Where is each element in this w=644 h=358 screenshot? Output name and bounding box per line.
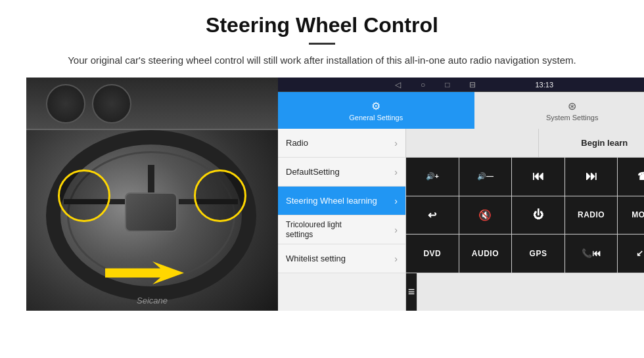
- menu-item-tricoloured-label: Tricoloured light settings: [286, 220, 342, 239]
- general-settings-icon: ⚙: [371, 100, 380, 112]
- mute-icon: 🔇: [478, 209, 492, 221]
- ctrl-dvd[interactable]: DVD: [406, 235, 459, 273]
- ctrl-radio[interactable]: RADIO: [565, 196, 618, 235]
- android-nav-bar: ◁ ○ □ ⊟ 13:13: [278, 78, 644, 92]
- tab-system-settings-label: System Settings: [546, 114, 598, 122]
- menu-list: Radio › DefaultSetting › Steering Wheel …: [278, 129, 406, 311]
- home-icon[interactable]: ○: [421, 80, 425, 89]
- prev-icon: ⏮: [532, 169, 544, 183]
- ctrl-mode[interactable]: MODE: [618, 196, 644, 235]
- button-group-left-circle: [58, 169, 110, 222]
- chevron-icon: ›: [394, 138, 398, 148]
- chevron-icon-2: ›: [394, 167, 398, 177]
- vol-down-icon: 🔊—: [477, 172, 494, 181]
- ctrl-phone-prev[interactable]: 📞⏮: [565, 235, 618, 273]
- tab-system-settings[interactable]: ⊛ System Settings: [474, 92, 645, 129]
- skip-next-icon: ↙⏭: [636, 248, 644, 258]
- back-icon[interactable]: ◁: [395, 80, 401, 89]
- tab-bar: ⚙ General Settings ⊛ System Settings: [278, 92, 644, 129]
- main-content: Radio › DefaultSetting › Steering Wheel …: [278, 129, 644, 311]
- menu-item-tricoloured[interactable]: Tricoloured light settings ›: [278, 215, 405, 244]
- menu-item-whitelist[interactable]: Whitelist setting ›: [278, 244, 405, 273]
- menu-item-steering-wheel[interactable]: Steering Wheel learning ›: [278, 187, 405, 215]
- ctrl-power[interactable]: ⏻: [512, 196, 565, 235]
- right-panel: Begin learn 🔊+ 🔊—: [406, 129, 644, 311]
- ctrl-skip-next[interactable]: ↙⏭: [618, 235, 644, 273]
- chevron-icon-3: ›: [394, 196, 398, 206]
- tab-general-settings[interactable]: ⚙ General Settings: [278, 92, 474, 129]
- radio-label: RADIO: [578, 210, 605, 219]
- chevron-icon-4: ›: [394, 225, 398, 235]
- empty-cell: [406, 129, 539, 157]
- ctrl-prev[interactable]: ⏮: [512, 158, 565, 196]
- phone-prev-icon: 📞⏮: [582, 248, 601, 258]
- menu-item-whitelist-label: Whitelist setting: [286, 254, 346, 263]
- gps-label: GPS: [530, 249, 547, 258]
- spoke-top: [148, 165, 154, 194]
- ctrl-row-3: DVD AUDIO GPS 📞⏮: [406, 235, 644, 273]
- dvd-label: DVD: [423, 249, 441, 258]
- ctrl-menu-list[interactable]: ≡: [406, 273, 417, 311]
- system-settings-icon: ⊛: [568, 100, 576, 112]
- watermark: Seicane: [137, 296, 168, 305]
- ctrl-mute[interactable]: 🔇: [459, 196, 513, 235]
- ctrl-phone[interactable]: ☎: [618, 158, 644, 196]
- vol-up-icon: 🔊+: [426, 172, 439, 181]
- ctrl-audio[interactable]: AUDIO: [459, 235, 513, 273]
- ctrl-next[interactable]: ⏭: [565, 158, 618, 196]
- menu-item-default-setting[interactable]: DefaultSetting ›: [278, 158, 405, 187]
- status-time: 13:13: [535, 81, 553, 89]
- ctrl-back[interactable]: ↩: [406, 196, 459, 235]
- page-container: Steering Wheel Control Your original car…: [0, 0, 644, 317]
- audio-label: AUDIO: [472, 249, 499, 258]
- button-group-right-circle: [194, 169, 246, 222]
- steering-wheel-hub: [125, 192, 177, 232]
- ctrl-vol-up[interactable]: 🔊+: [406, 158, 459, 196]
- square-icon[interactable]: □: [445, 80, 449, 89]
- tricoloured-line1: Tricoloured light: [286, 220, 342, 229]
- phone-icon: ☎: [637, 170, 644, 183]
- ctrl-row-4: ≡: [406, 273, 644, 311]
- menu-item-default-label: DefaultSetting: [286, 167, 340, 177]
- ctrl-row-2: ↩ 🔇 ⏻ RADIO MOD: [406, 196, 644, 235]
- gauge-left: [46, 84, 85, 123]
- content-row: Seicane ◁ ○ □ ⊟ 13:13 ⚙ General Settings…: [26, 78, 618, 311]
- next-icon: ⏭: [586, 169, 597, 183]
- chevron-icon-5: ›: [394, 254, 398, 264]
- steering-wheel-photo: Seicane: [26, 78, 278, 311]
- mode-label: MODE: [632, 210, 644, 219]
- power-icon: ⏻: [533, 209, 543, 221]
- menu-item-steering-label: Steering Wheel learning: [286, 196, 377, 206]
- title-section: Steering Wheel Control Your original car…: [26, 13, 618, 68]
- top-row: Begin learn: [406, 129, 644, 158]
- begin-learn-button[interactable]: Begin learn: [539, 129, 645, 157]
- gauge-right: [92, 84, 131, 123]
- back-arrow-icon: ↩: [428, 209, 436, 221]
- tab-general-settings-label: General Settings: [349, 114, 403, 122]
- empty-bottom: [417, 273, 644, 311]
- menu-list-icon: ≡: [408, 285, 415, 299]
- ctrl-vol-down[interactable]: 🔊—: [459, 158, 513, 196]
- android-interface: ◁ ○ □ ⊟ 13:13 ⚙ General Settings ⊛ Syste…: [278, 78, 644, 311]
- menu-item-radio[interactable]: Radio ›: [278, 129, 405, 158]
- page-subtitle: Your original car's steering wheel contr…: [53, 53, 591, 68]
- ctrl-row-1: 🔊+ 🔊— ⏮ ⏭ ☎: [406, 158, 644, 196]
- menu-icon[interactable]: ⊟: [469, 80, 476, 89]
- ctrl-gps[interactable]: GPS: [512, 235, 565, 273]
- page-title: Steering Wheel Control: [26, 13, 618, 37]
- tricoloured-line2: settings: [286, 230, 342, 239]
- title-divider: [309, 43, 335, 45]
- menu-item-radio-label: Radio: [286, 138, 308, 148]
- dashboard-top: [26, 78, 278, 130]
- button-grid: 🔊+ 🔊— ⏮ ⏭ ☎: [406, 158, 644, 311]
